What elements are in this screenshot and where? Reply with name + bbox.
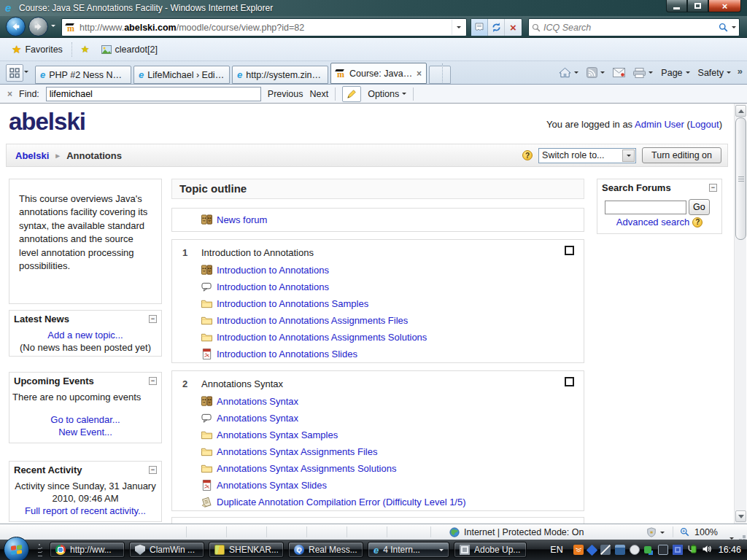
taskbar-clock[interactable]: 16:46	[719, 545, 741, 555]
tray-updates-icon[interactable]	[644, 546, 651, 553]
go-to-calendar-link[interactable]: Go to calendar...	[50, 414, 120, 425]
maximize-button[interactable]	[687, 0, 708, 12]
forum-search-input[interactable]	[605, 201, 686, 214]
tray-java-icon[interactable]	[573, 545, 584, 555]
course-item[interactable]: Annotations Syntax Assignments Files	[201, 443, 554, 460]
new-tab-button[interactable]	[429, 66, 451, 84]
scroll-down-button[interactable]	[735, 510, 746, 522]
zoom-level[interactable]: 100%	[694, 527, 718, 537]
course-item-link[interactable]: Introduction to Annotations Slides	[217, 349, 357, 359]
taskbar-button-adobe[interactable]: Adobe Up...	[454, 542, 527, 558]
close-button[interactable]: ×	[708, 0, 741, 12]
course-item[interactable]: Introduction to Annotations	[201, 262, 554, 279]
go-search-icon[interactable]	[719, 23, 728, 32]
language-indicator[interactable]: EN	[550, 545, 562, 555]
home-button[interactable]	[559, 67, 578, 78]
tray-icq-icon[interactable]	[586, 544, 597, 556]
tray-camera-icon[interactable]	[630, 545, 640, 555]
collapse-icon[interactable]: −	[709, 184, 717, 192]
tab-close-icon[interactable]: ×	[417, 69, 422, 79]
course-item-link[interactable]: Introduction to Annotations	[217, 265, 329, 276]
collapse-icon[interactable]: −	[149, 315, 157, 323]
admin-user-link[interactable]: Admin User	[635, 119, 684, 130]
course-item[interactable]: Introduction to Annotations	[201, 279, 554, 295]
section-highlight-checkbox[interactable]	[565, 246, 574, 255]
taskbar-button-clamwin[interactable]: ClamWin ...	[129, 542, 204, 558]
course-item[interactable]: Annotations Syntax Slides	[201, 477, 554, 494]
full-report-link[interactable]: Full report of recent activity...	[25, 505, 146, 516]
course-item-link[interactable]: Annotations Syntax	[217, 396, 298, 407]
course-item[interactable]: Annotations Syntax	[201, 393, 554, 410]
tab-course-active[interactable]: m Course: Java SE An... ×	[330, 63, 427, 84]
compatibility-view-button[interactable]	[471, 19, 488, 36]
course-item-link[interactable]: Annotations Syntax Samples	[217, 429, 338, 440]
switch-role-select[interactable]: Switch role to...	[538, 148, 636, 163]
course-item-link[interactable]: Duplicate Annotation Compilation Error (…	[217, 497, 466, 508]
page-menu-button[interactable]: Page	[661, 68, 689, 78]
course-item[interactable]: Annotations Syntax Samples	[201, 427, 554, 443]
find-options-button[interactable]: Options	[368, 89, 406, 99]
site-logo[interactable]: abelski	[9, 108, 85, 136]
search-input[interactable]	[543, 23, 716, 33]
tab-php[interactable]: e PHP #2 Ness Novemb...	[35, 66, 131, 84]
refresh-button[interactable]	[488, 19, 505, 36]
collapse-icon[interactable]: −	[149, 466, 157, 474]
tray-displays-icon[interactable]	[658, 545, 668, 555]
find-input[interactable]	[46, 87, 261, 101]
scrollbar-thumb[interactable]	[735, 117, 746, 240]
address-bar[interactable]: m http://www.abelski.com/moodle/course/v…	[61, 18, 467, 36]
add-favorite-button[interactable]: ★	[75, 41, 96, 58]
find-next-button[interactable]: Next	[309, 89, 328, 99]
history-dropdown[interactable]	[51, 25, 55, 27]
course-item-link[interactable]: Annotations Syntax Assignments Files	[217, 446, 377, 457]
highlight-all-button[interactable]	[342, 86, 361, 102]
course-item-link[interactable]: Annotations Syntax	[217, 413, 298, 424]
course-item[interactable]: Introduction to Annotations Assignments …	[201, 312, 554, 329]
search-options-dropdown[interactable]	[732, 26, 736, 28]
forward-button[interactable]	[28, 17, 48, 36]
course-item[interactable]: Introduction to Annotations Samples	[201, 295, 554, 312]
safety-menu-button[interactable]: Safety	[698, 68, 731, 78]
more-commands-chevron[interactable]: »	[738, 66, 743, 77]
find-close-icon[interactable]: ×	[7, 89, 12, 99]
course-item-link[interactable]: Introduction to Annotations	[217, 281, 329, 292]
turn-editing-on-button[interactable]: Turn editing on	[642, 147, 721, 163]
favorites-button[interactable]: ★ Favorites	[6, 41, 69, 58]
help-icon[interactable]: ?	[692, 217, 703, 228]
collapse-icon[interactable]: −	[149, 377, 157, 385]
page-scrollbar[interactable]	[734, 104, 746, 524]
course-item[interactable]: Duplicate Annotation Compilation Error (…	[201, 494, 554, 510]
stop-button[interactable]: ×	[505, 19, 522, 36]
feeds-button[interactable]	[587, 67, 605, 78]
back-button[interactable]	[6, 17, 26, 36]
help-icon[interactable]: ?	[522, 150, 533, 160]
taskbar-button-chrome[interactable]: http://ww...	[50, 542, 125, 558]
logout-link[interactable]: Logout	[690, 119, 719, 130]
advanced-search-link[interactable]: Advanced search	[616, 217, 689, 228]
search-box[interactable]	[528, 18, 740, 36]
tab-zindell[interactable]: e http://system.zindell....	[232, 66, 328, 84]
taskbar-button-shenkar[interactable]: SHENKAR...	[209, 542, 284, 558]
titlebar[interactable]: e Course: Java SE Annotations Facility -…	[0, 0, 747, 16]
course-item-link[interactable]: Annotations Syntax Slides	[217, 480, 327, 491]
tab-lifemichael[interactable]: e LifeMichael › Edit — ...	[133, 66, 230, 84]
course-item[interactable]: Introduction to Annotations Assignments …	[201, 329, 554, 346]
volume-icon[interactable]	[702, 545, 713, 556]
resize-grip[interactable]	[743, 535, 746, 538]
go-button[interactable]: Go	[689, 199, 710, 215]
taskbar-button-real[interactable]: Q Real Mess...	[288, 542, 363, 558]
scroll-up-button[interactable]	[735, 105, 746, 117]
course-item-link[interactable]: Annotations Syntax Assignments Solutions	[217, 463, 396, 474]
address-dropdown[interactable]	[452, 20, 465, 35]
print-button[interactable]	[633, 68, 653, 78]
course-item[interactable]: Introduction to Annotations Slides	[201, 346, 554, 362]
add-new-topic-link[interactable]: Add a new topic...	[47, 330, 123, 341]
minimize-button[interactable]	[666, 0, 687, 12]
tab-list-dropdown[interactable]	[24, 71, 28, 73]
tray-vmware-icon[interactable]	[600, 545, 611, 555]
course-item-link[interactable]: Introduction to Annotations Assignments …	[217, 332, 427, 343]
tray-computer-icon[interactable]	[615, 545, 625, 555]
course-item-link[interactable]: Introduction to Annotations Assignments …	[217, 315, 408, 326]
tray-bluetooth-icon[interactable]	[673, 545, 683, 555]
power-icon[interactable]	[687, 544, 697, 556]
